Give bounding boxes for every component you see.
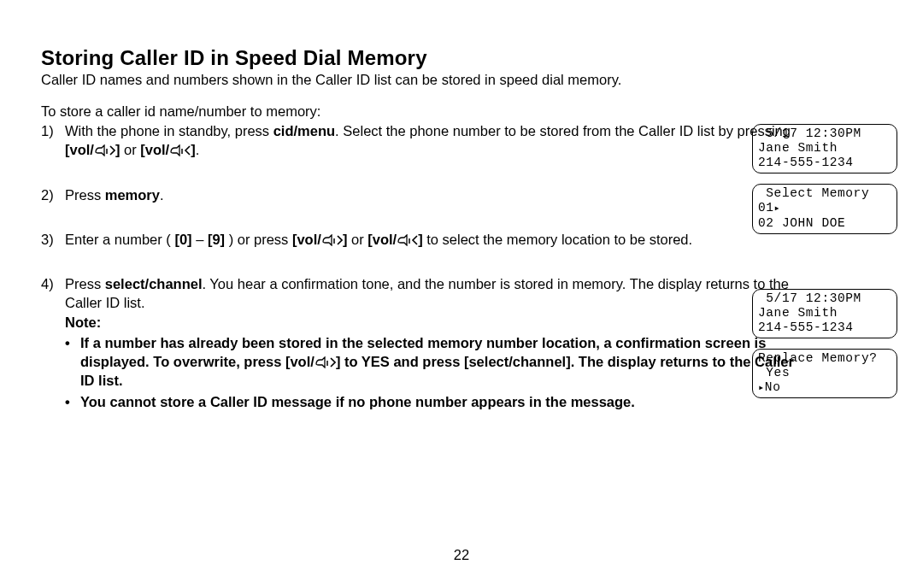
- section-heading: Storing Caller ID in Speed Dial Memory: [41, 46, 887, 70]
- page-number: 22: [0, 547, 923, 563]
- key-open: [vol/: [65, 142, 94, 157]
- bullet-icon: •: [65, 333, 80, 391]
- key-open: [vol/: [367, 232, 397, 247]
- t: No: [765, 380, 781, 394]
- text: –: [192, 232, 208, 247]
- cursor-icon: ▸: [758, 382, 765, 394]
- phone-screen-select-memory: Select Memory01▸02 JOHN DOE: [752, 184, 897, 233]
- screen-line: 214-555-1234: [758, 156, 891, 170]
- ringer-up-icon: [315, 356, 336, 368]
- step-body: Press select/channel. You hear a confirm…: [65, 274, 795, 413]
- phone-screen-caller-id: 5/17 12:30PMJane Smith214-555-1234: [752, 124, 897, 173]
- text: to select the memory location to be stor…: [423, 232, 693, 247]
- text: .: [160, 187, 164, 203]
- key-vol-up: [vol/]: [292, 232, 347, 247]
- text: .: [196, 142, 200, 157]
- screen-line: Jane Smith: [758, 306, 891, 320]
- note-text: If a number has already been stored in t…: [80, 333, 795, 391]
- phone-screen-caller-id-2: 5/17 12:30PMJane Smith214-555-1234: [752, 289, 897, 338]
- key-cid-menu: cid/menu: [273, 123, 335, 138]
- phone-screen-replace-memory: Replace Memory? Yes▸No: [752, 349, 897, 398]
- t: 01: [758, 201, 774, 215]
- ringer-down-icon: [397, 234, 418, 246]
- step-body: Enter a number ( [0] – [9] ) or press [v…: [65, 230, 795, 249]
- note-label: Note:: [65, 313, 795, 332]
- steps-column: 1) With the phone in standby, press cid/…: [41, 121, 802, 413]
- step-body: Press memory.: [65, 185, 795, 204]
- phone-displays-column: 5/17 12:30PMJane Smith214-555-1234 Selec…: [752, 124, 897, 409]
- step-2: 2) Press memory.: [41, 185, 795, 204]
- step-1: 1) With the phone in standby, press cid/…: [41, 121, 795, 160]
- text: Press: [65, 187, 105, 203]
- document-page: Storing Caller ID in Speed Dial Memory C…: [0, 0, 923, 413]
- key-memory: memory: [105, 187, 160, 203]
- screen-line: Jane Smith: [758, 141, 891, 156]
- key-zero: [0]: [174, 232, 191, 247]
- key-vol-down: [vol/]: [367, 232, 422, 247]
- text: Press: [65, 276, 105, 291]
- text: . Select the phone number to be stored f…: [335, 123, 791, 138]
- note-2: • You cannot store a Caller ID message i…: [65, 392, 795, 411]
- content-row: 1) With the phone in standby, press cid/…: [41, 121, 887, 413]
- screen-line: Replace Memory?: [758, 351, 891, 366]
- step-3: 3) Enter a number ( [0] – [9] ) or press…: [41, 230, 795, 249]
- step-4: 4) Press select/channel. You hear a conf…: [41, 274, 795, 413]
- key-open: [vol/: [140, 142, 169, 157]
- text: or: [120, 142, 140, 157]
- step-number: 2): [41, 185, 65, 204]
- key-open: [vol/: [292, 232, 321, 247]
- screen-line: 214-555-1234: [758, 320, 891, 335]
- step-body: With the phone in standby, press cid/men…: [65, 121, 795, 160]
- sub-intro-text: To store a caller id name/number to memo…: [41, 103, 887, 120]
- step-number: 1): [41, 121, 65, 160]
- intro-text: Caller ID names and numbers shown in the…: [41, 72, 887, 88]
- screen-line: 5/17 12:30PM: [758, 291, 891, 306]
- ringer-down-icon: [169, 144, 191, 156]
- note-text: You cannot store a Caller ID message if …: [80, 392, 635, 411]
- steps-list: 1) With the phone in standby, press cid/…: [41, 121, 795, 413]
- screen-line: 01▸: [758, 201, 891, 215]
- screen-line: Select Memory: [758, 186, 891, 201]
- text: Enter a number (: [65, 232, 174, 247]
- text: With the phone in standby, press: [65, 123, 273, 138]
- key-vol-down: [vol/]: [140, 142, 195, 157]
- text: or: [347, 232, 367, 247]
- ringer-up-icon: [94, 144, 115, 156]
- key-select-channel: select/channel: [105, 276, 203, 291]
- bullet-icon: •: [65, 392, 80, 411]
- cursor-icon: ▸: [774, 203, 781, 215]
- key-vol-up: [vol/]: [65, 142, 120, 157]
- screen-line: Yes: [758, 366, 891, 380]
- spacer: [752, 244, 897, 289]
- screen-line: ▸No: [758, 380, 891, 395]
- ringer-up-icon: [321, 234, 343, 246]
- step-number: 4): [41, 274, 65, 413]
- notes-list: • If a number has already been stored in…: [65, 333, 795, 411]
- screen-line: 5/17 12:30PM: [758, 126, 891, 141]
- screen-line: 02 JOHN DOE: [758, 216, 891, 231]
- text: ) or press: [225, 232, 292, 247]
- note-1: • If a number has already been stored in…: [65, 333, 795, 391]
- key-nine: [9]: [208, 232, 225, 247]
- step-number: 3): [41, 230, 65, 249]
